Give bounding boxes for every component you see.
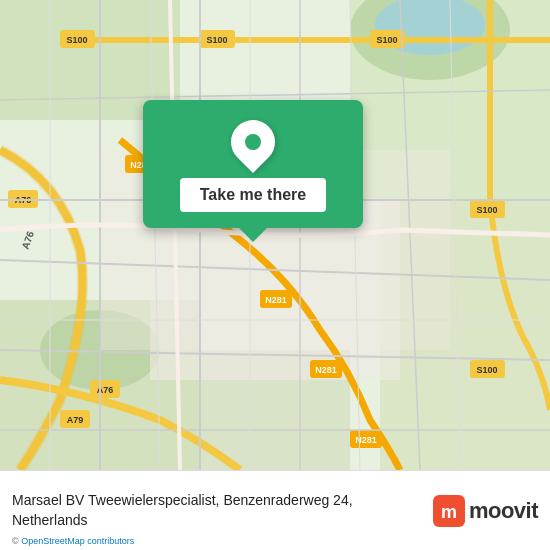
location-pin-icon xyxy=(222,111,284,173)
moovit-icon-svg: m xyxy=(433,495,465,527)
moovit-label: moovit xyxy=(469,498,538,524)
svg-text:m: m xyxy=(441,502,457,522)
svg-text:S100: S100 xyxy=(476,205,497,215)
moovit-logo: m moovit xyxy=(433,495,538,527)
map-container: A76 A76 A76 A79 S100 S100 S100 S100 S100… xyxy=(0,0,550,470)
svg-text:S100: S100 xyxy=(476,365,497,375)
popup-card[interactable]: Take me there xyxy=(143,100,363,228)
svg-text:S100: S100 xyxy=(376,35,397,45)
footer: © OpenStreetMap contributors Marsael BV … xyxy=(0,470,550,550)
business-info: Marsael BV Tweewielerspecialist, Benzenr… xyxy=(12,491,421,530)
svg-text:N281: N281 xyxy=(265,295,287,305)
osm-credit: © OpenStreetMap contributors xyxy=(12,536,134,546)
svg-text:S100: S100 xyxy=(66,35,87,45)
map-roads: A76 A76 A76 A79 S100 S100 S100 S100 S100… xyxy=(0,0,550,470)
svg-text:N281: N281 xyxy=(315,365,337,375)
svg-text:N281: N281 xyxy=(355,435,377,445)
copyright-symbol: © xyxy=(12,536,19,546)
take-me-there-button[interactable]: Take me there xyxy=(180,178,326,212)
osm-link[interactable]: OpenStreetMap contributors xyxy=(21,536,134,546)
svg-text:A79: A79 xyxy=(67,415,84,425)
svg-text:S100: S100 xyxy=(206,35,227,45)
